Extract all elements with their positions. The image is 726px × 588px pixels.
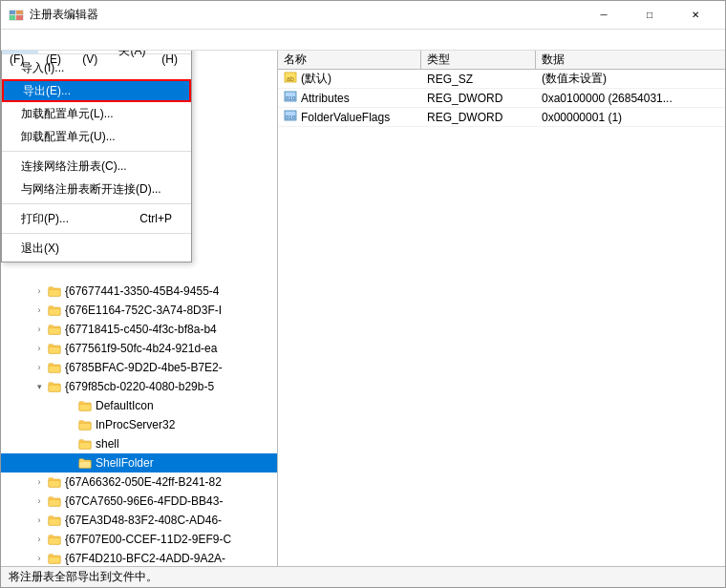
tree-expander-item1[interactable]: ›: [32, 286, 47, 296]
separator-1: [2, 151, 191, 152]
tree-item-item6b[interactable]: InProcServer32: [1, 415, 277, 434]
tree-item-item2[interactable]: › {676E1164-752C-3A74-8D3F-I: [1, 301, 277, 320]
tree-item-item6a[interactable]: DefaultIcon: [1, 396, 277, 415]
menu-edit[interactable]: 编辑(E): [38, 51, 75, 53]
svg-rect-3: [10, 15, 15, 20]
tree-item-item8[interactable]: › {67CA7650-96E6-4FDD-BB43-: [1, 492, 277, 511]
list-row[interactable]: ab(默认)REG_SZ(数值未设置): [278, 70, 725, 89]
menu-view[interactable]: 查看(V): [75, 51, 111, 53]
tree-label-item2: {676E1164-752C-3A74-8D3F-I: [65, 304, 222, 317]
value-name: FolderValueFlags: [301, 111, 390, 124]
tree-item-item7[interactable]: › {67A66362-050E-42ff-B241-82: [1, 472, 277, 492]
tree-label-item5: {6785BFAC-9D2D-4be5-B7E2-: [65, 361, 223, 374]
svg-rect-1: [10, 10, 15, 14]
list-cell-data: 0xa0100000 (26854031...: [536, 92, 725, 105]
value-icon: ab: [284, 71, 297, 87]
tree-item-item6c[interactable]: shell: [1, 434, 277, 453]
tree-item-item6d[interactable]: ShellFolder: [1, 453, 277, 472]
minimize-button[interactable]: ─: [582, 1, 626, 30]
tree-item-item5[interactable]: › {6785BFAC-9D2D-4be5-B7E2-: [1, 358, 277, 377]
menu-print[interactable]: 打印(P)... Ctrl+P: [2, 207, 191, 230]
tree-expander-item3[interactable]: ›: [32, 325, 47, 334]
folder-icon-item4: [47, 341, 62, 356]
tree-label-item10: {67F07E00-CCEF-11D2-9EF9-C: [65, 533, 231, 546]
maximize-button[interactable]: □: [628, 1, 672, 30]
col-name-header: 名称: [278, 51, 421, 69]
file-dropdown-menu: 文件(F) 编辑(E) 查看(V) 收藏夹(A) 帮助(H) 导入(I)... …: [1, 51, 192, 262]
value-icon: 010: [284, 90, 297, 106]
svg-text:ab: ab: [287, 75, 294, 82]
left-pane: 文件(F) 编辑(E) 查看(V) 收藏夹(A) 帮助(H) 导入(I)... …: [1, 51, 278, 566]
tree-expander-item7[interactable]: ›: [32, 477, 47, 487]
tree-label-item9: {67EA3D48-83F2-408C-AD46-: [65, 514, 222, 527]
tree-item-item1[interactable]: › {67677441-3350-45B4-9455-4: [1, 282, 277, 301]
list-row[interactable]: 010FolderValueFlagsREG_DWORD0x00000001 (…: [278, 108, 725, 127]
menu-load-hive[interactable]: 加载配置单元(L)...: [2, 102, 191, 125]
menu-connect-network[interactable]: 连接网络注册表(C)...: [2, 155, 191, 178]
menu-file[interactable]: 文件(F): [2, 51, 38, 53]
folder-icon-item5: [47, 360, 62, 375]
right-pane: 名称 类型 数据 ab(默认)REG_SZ(数值未设置)010Attribute…: [278, 51, 725, 566]
tree-label-item11: {67F4D210-BFC2-4ADD-9A2A-: [65, 552, 225, 565]
tree-label-item1: {67677441-3350-45B4-9455-4: [65, 284, 219, 298]
tree-item-item4[interactable]: › {677561f9-50fc-4b24-921d-ea: [1, 339, 277, 358]
folder-icon-item6d: [77, 455, 93, 471]
list-cell-name: ab(默认): [278, 71, 421, 87]
menu-exit[interactable]: 退出(X): [2, 237, 191, 260]
list-header: 名称 类型 数据: [278, 51, 725, 70]
col-data-header: 数据: [536, 51, 725, 69]
menu-bar: [1, 30, 725, 51]
main-area: 文件(F) 编辑(E) 查看(V) 收藏夹(A) 帮助(H) 导入(I)... …: [1, 51, 725, 566]
separator-2: [2, 203, 191, 204]
col-type-header: 类型: [421, 51, 536, 69]
tree-expander-item10[interactable]: ›: [32, 535, 47, 544]
svg-text:010: 010: [286, 95, 296, 101]
tree-item-item10[interactable]: › {67F07E00-CCEF-11D2-9EF9-C: [1, 530, 277, 549]
folder-icon-item8: [47, 494, 62, 509]
tree-label-item6d: ShellFolder: [96, 456, 154, 470]
tree-expander-item6[interactable]: ▾: [32, 382, 47, 391]
list-row[interactable]: 010AttributesREG_DWORD0xa0100000 (268540…: [278, 89, 725, 108]
tree-expander-item9[interactable]: ›: [32, 515, 47, 525]
folder-icon-item11: [47, 551, 62, 566]
tree-label-item6b: InProcServer32: [96, 418, 175, 431]
tree-expander-item11[interactable]: ›: [32, 554, 47, 563]
list-cell-data: 0x00000001 (1): [536, 111, 725, 124]
tree-item-item11[interactable]: › {67F4D210-BFC2-4ADD-9A2A-: [1, 549, 277, 566]
svg-text:010: 010: [286, 115, 296, 120]
tree-expander-item2[interactable]: ›: [32, 305, 47, 315]
tree-label-item4: {677561f9-50fc-4b24-921d-ea: [65, 342, 217, 355]
title-bar: 注册表编辑器 ─ □ ✕: [1, 1, 725, 30]
tree-item-item6[interactable]: ▾ {679f85cb-0220-4080-b29b-5: [1, 377, 277, 396]
folder-icon-item1: [47, 284, 62, 299]
menu-help[interactable]: 帮助(H): [154, 51, 191, 53]
close-button[interactable]: ✕: [673, 1, 717, 30]
menu-export[interactable]: 导出(E)...: [2, 79, 191, 102]
tree-expander-item8[interactable]: ›: [32, 496, 47, 506]
tree-label-item6c: shell: [96, 437, 119, 451]
list-cell-data: (数值未设置): [536, 71, 725, 87]
tree-expander-item4[interactable]: ›: [32, 344, 47, 353]
folder-icon-item2: [47, 303, 62, 318]
list-cell-type: REG_DWORD: [421, 111, 536, 124]
tree-item-item3[interactable]: › {67718415-c450-4f3c-bf8a-b4: [1, 320, 277, 339]
tree-label-item6a: DefaultIcon: [96, 399, 154, 412]
list-cell-type: REG_DWORD: [421, 92, 536, 105]
list-cell-type: REG_SZ: [421, 73, 536, 86]
app-icon: [9, 8, 24, 23]
list-cell-name: 010Attributes: [278, 90, 421, 106]
svg-rect-4: [16, 15, 23, 20]
tree-item-item9[interactable]: › {67EA3D48-83F2-408C-AD46-: [1, 511, 277, 530]
window-controls: ─ □ ✕: [582, 1, 717, 30]
tree-label-item3: {67718415-c450-4f3c-bf8a-b4: [65, 323, 217, 336]
menu-disconnect-network[interactable]: 与网络注册表断开连接(D)...: [2, 178, 191, 200]
tree-area[interactable]: › {67677441-3350-45B4-9455-4› {676E1164-…: [1, 280, 277, 566]
value-icon: 010: [284, 109, 297, 125]
menu-favorites[interactable]: 收藏夹(A): [111, 51, 154, 53]
tree-expander-item5[interactable]: ›: [32, 363, 47, 372]
folder-icon-item10: [47, 532, 62, 547]
list-cell-name: 010FolderValueFlags: [278, 109, 421, 125]
menu-unload-hive[interactable]: 卸载配置单元(U)...: [2, 125, 191, 148]
status-text: 将注册表全部导出到文件中。: [9, 569, 158, 585]
folder-icon-item3: [47, 322, 62, 337]
